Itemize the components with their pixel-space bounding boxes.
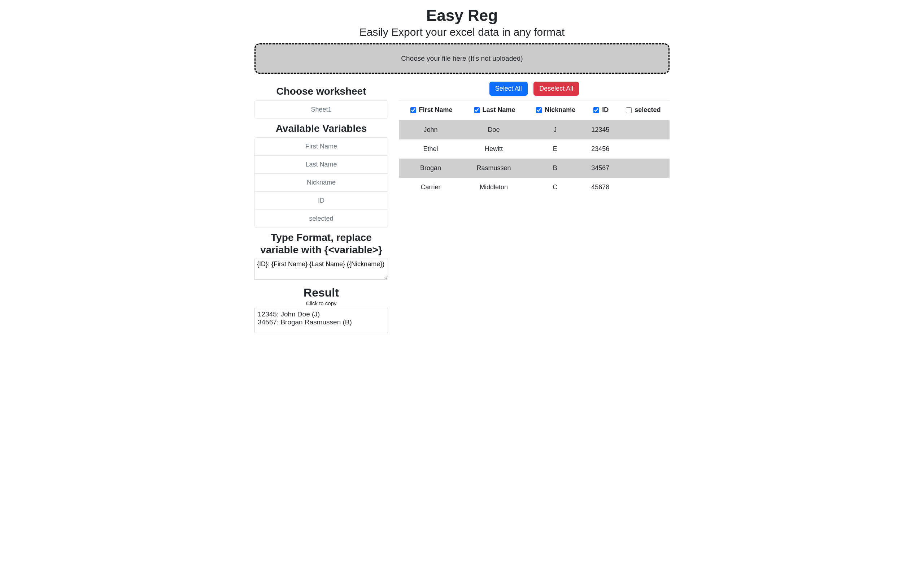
column-label: Last Name xyxy=(481,106,515,113)
column-checkbox[interactable] xyxy=(536,107,542,113)
table-cell: E xyxy=(525,139,585,159)
column-checkbox[interactable] xyxy=(626,107,632,113)
variable-item[interactable]: Last Name xyxy=(255,156,388,174)
table-row[interactable]: JohnDoeJ12345 xyxy=(399,120,669,140)
table-cell: John xyxy=(399,120,462,140)
table-cell: Carrier xyxy=(399,178,462,197)
select-all-button[interactable]: Select All xyxy=(489,82,528,96)
column-header: Nickname xyxy=(525,100,585,120)
variables-list: First NameLast NameNicknameIDselected xyxy=(255,137,388,228)
column-label: Nickname xyxy=(543,106,575,113)
data-table: First Name Last Name Nickname ID selecte… xyxy=(399,100,669,197)
table-cell: Doe xyxy=(462,120,525,140)
column-label: First Name xyxy=(417,106,453,113)
variable-item[interactable]: ID xyxy=(255,192,388,210)
table-cell: 12345 xyxy=(585,120,616,140)
result-heading: Result xyxy=(255,286,388,299)
table-cell: 23456 xyxy=(585,139,616,159)
table-cell: Hewitt xyxy=(462,139,525,159)
table-row[interactable]: EthelHewittE23456 xyxy=(399,139,669,159)
table-cell: Ethel xyxy=(399,139,462,159)
page-title: Easy Reg xyxy=(255,6,669,25)
table-cell: Middleton xyxy=(462,178,525,197)
variable-item[interactable]: Nickname xyxy=(255,174,388,192)
table-cell xyxy=(616,120,669,140)
variable-item[interactable]: First Name xyxy=(255,138,388,156)
table-cell: 45678 xyxy=(585,178,616,197)
column-header: ID xyxy=(585,100,616,120)
format-heading: Type Format, replace variable with {<var… xyxy=(255,231,388,256)
column-label: selected xyxy=(633,106,661,113)
column-header: First Name xyxy=(399,100,462,120)
column-checkbox[interactable] xyxy=(593,107,599,113)
column-checkbox[interactable] xyxy=(474,107,480,113)
worksheet-list: Sheet1 xyxy=(255,100,388,119)
worksheet-item[interactable]: Sheet1 xyxy=(255,101,388,118)
table-cell: C xyxy=(525,178,585,197)
variables-heading: Available Variables xyxy=(255,123,388,135)
table-cell: B xyxy=(525,159,585,178)
table-cell: Brogan xyxy=(399,159,462,178)
table-row[interactable]: BroganRasmussenB34567 xyxy=(399,159,669,178)
copy-hint: Click to copy xyxy=(255,300,388,306)
page-subtitle: Easily Export your excel data in any for… xyxy=(255,26,669,38)
deselect-all-button[interactable]: Deselect All xyxy=(533,82,579,96)
column-label: ID xyxy=(600,106,609,113)
table-cell xyxy=(616,139,669,159)
column-header: Last Name xyxy=(462,100,525,120)
table-row[interactable]: CarrierMiddletonC45678 xyxy=(399,178,669,197)
table-cell: 34567 xyxy=(585,159,616,178)
format-input[interactable] xyxy=(255,259,388,280)
column-checkbox[interactable] xyxy=(410,107,416,113)
column-header: selected xyxy=(616,100,669,120)
variable-item[interactable]: selected xyxy=(255,210,388,228)
table-cell: Rasmussen xyxy=(462,159,525,178)
file-dropzone[interactable]: Choose your file here (It's not uploaded… xyxy=(255,43,669,74)
table-cell: J xyxy=(525,120,585,140)
worksheet-heading: Choose worksheet xyxy=(255,85,388,98)
table-cell xyxy=(616,178,669,197)
table-cell xyxy=(616,159,669,178)
result-box[interactable]: 12345: John Doe (J) 34567: Brogan Rasmus… xyxy=(255,308,388,333)
